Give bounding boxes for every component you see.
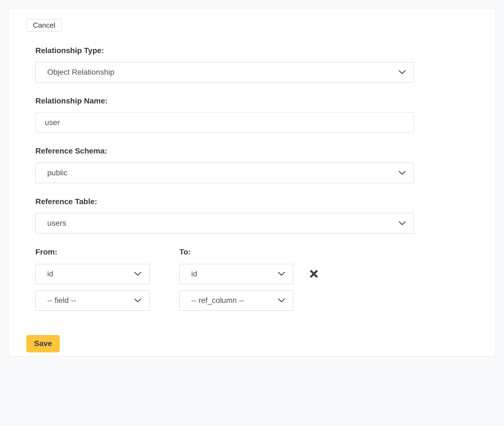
relationship-name-input[interactable] xyxy=(35,112,414,133)
to-label: To: xyxy=(179,248,191,256)
relationship-name-field: Relationship Name: xyxy=(35,97,414,133)
mapping-row: -- field -- -- ref_column -- xyxy=(35,290,414,311)
reference-table-field: Reference Table: users xyxy=(35,197,414,233)
mapping-row: id id xyxy=(35,264,414,284)
column-mapping-header: From: To: xyxy=(35,248,414,256)
from-label: From: xyxy=(35,248,179,256)
relationship-type-value: Object Relationship xyxy=(47,68,114,77)
relationship-form: Relationship Type: Object Relationship R… xyxy=(35,46,414,311)
new-field-value: -- field -- xyxy=(47,296,76,305)
chevron-down-icon xyxy=(278,298,285,303)
reference-table-label: Reference Table: xyxy=(35,197,414,206)
new-ref-column-select[interactable]: -- ref_column -- xyxy=(179,290,293,311)
reference-schema-select[interactable]: public xyxy=(35,163,414,183)
column-mapping-section: From: To: id id xyxy=(35,248,414,311)
times-icon xyxy=(309,269,318,278)
chevron-down-icon xyxy=(398,171,406,175)
chevron-down-icon xyxy=(134,298,141,303)
remove-mapping-button[interactable] xyxy=(308,268,319,279)
cancel-button[interactable]: Cancel xyxy=(26,19,62,32)
new-field-select[interactable]: -- field -- xyxy=(35,290,149,311)
chevron-down-icon xyxy=(398,70,406,74)
add-relationship-panel: Cancel Relationship Type: Object Relatio… xyxy=(8,8,496,356)
from-column-select[interactable]: id xyxy=(35,264,149,284)
to-column-select[interactable]: id xyxy=(179,264,293,284)
reference-table-select[interactable]: users xyxy=(35,213,414,233)
chevron-down-icon xyxy=(278,272,285,276)
to-column-value: id xyxy=(191,269,197,278)
reference-schema-label: Reference Schema: xyxy=(35,147,414,155)
page-background: Cancel Relationship Type: Object Relatio… xyxy=(0,8,504,426)
chevron-down-icon xyxy=(134,272,141,276)
new-ref-column-value: -- ref_column -- xyxy=(191,296,244,305)
relationship-name-label: Relationship Name: xyxy=(35,97,414,105)
reference-schema-field: Reference Schema: public xyxy=(35,147,414,183)
relationship-type-select[interactable]: Object Relationship xyxy=(35,62,414,82)
save-button[interactable]: Save xyxy=(26,335,60,352)
relationship-type-label: Relationship Type: xyxy=(35,46,414,55)
from-column-value: id xyxy=(47,269,53,278)
relationship-type-field: Relationship Type: Object Relationship xyxy=(35,46,414,82)
chevron-down-icon xyxy=(398,221,406,225)
reference-table-value: users xyxy=(47,219,66,228)
reference-schema-value: public xyxy=(47,168,67,177)
